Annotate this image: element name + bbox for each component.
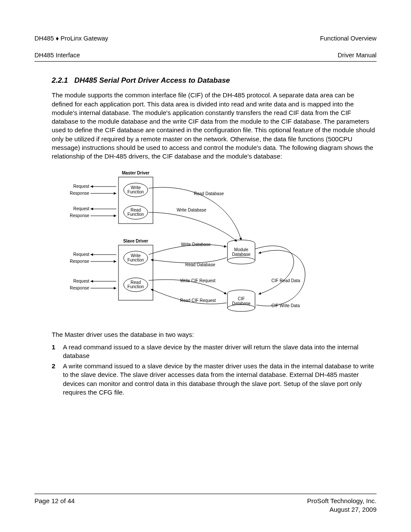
footer-left: Page 12 of 44 (34, 497, 75, 514)
svg-point-8 (227, 257, 255, 264)
header-left-line1: DH485 ♦ ProLinx Gateway (34, 35, 108, 42)
curve-master-read-write-db (149, 212, 237, 242)
footer-right-line2: August 27, 2009 (330, 506, 377, 513)
page-header: DH485 ♦ ProLinx Gateway DH485 Interface … (34, 26, 377, 62)
svg-text:Database: Database (232, 301, 251, 306)
label-request-3: Request (73, 252, 89, 257)
label-request-4: Request (73, 279, 89, 283)
svg-text:Database: Database (232, 252, 251, 257)
header-right-line1: Functional Overview (320, 35, 377, 42)
label-response-4: Response (70, 286, 89, 290)
header-left-line2: DH485 Interface (34, 52, 80, 59)
cif-database: CIF Database (227, 290, 255, 311)
section-heading: DH485 Serial Port Driver Access to Datab… (75, 76, 230, 84)
header-left: DH485 ♦ ProLinx Gateway DH485 Interface (34, 26, 108, 59)
master-write-label2: Function (128, 190, 144, 194)
label-write-database-1: Write Database (177, 208, 206, 212)
numbered-list: 1 A read command issued to a slave devic… (52, 343, 377, 397)
label-read-database-2: Read Database (185, 262, 215, 267)
intro-line: The Master driver uses the database in t… (52, 330, 377, 339)
footer-right-line1: ProSoft Technology, Inc. (307, 497, 377, 504)
page-footer: Page 12 of 44 ProSoft Technology, Inc. A… (34, 494, 377, 514)
list-num-2: 2 (52, 362, 63, 397)
diagram-svg: Master Driver Write Function Read Functi… (60, 169, 336, 320)
module-database: Module Database (227, 240, 255, 264)
label-slave-driver: Slave Driver (123, 239, 148, 243)
header-right-line2: Driver Manual (338, 52, 377, 59)
label-cif-write-data: CIF Write Data (271, 303, 300, 308)
diagram: Master Driver Write Function Read Functi… (60, 169, 377, 322)
label-response-3: Response (70, 259, 89, 264)
paragraph-1: The module supports the common interface… (52, 91, 377, 161)
list-text-2: A write command issued to a slave device… (63, 362, 377, 397)
page: DH485 ♦ ProLinx Gateway DH485 Interface … (0, 0, 411, 532)
list-num-1: 1 (52, 343, 63, 361)
svg-text:Module: Module (234, 247, 249, 252)
curve-cif-read-data (255, 246, 294, 294)
label-request-2: Request (73, 206, 89, 211)
label-read-database-1: Read Database (194, 191, 224, 196)
section-number: 2.2.1 (52, 76, 68, 84)
label-response-1: Response (70, 191, 89, 196)
label-response-2: Response (70, 213, 89, 218)
list-text-1: A read command issued to a slave device … (63, 343, 377, 361)
section-title: 2.2.1 DH485 Serial Port Driver Access to… (52, 76, 377, 85)
svg-text:CIF: CIF (238, 296, 245, 301)
svg-text:Function: Function (128, 258, 144, 262)
master-read-label2: Function (128, 212, 144, 217)
label-master-driver: Master Driver (122, 171, 149, 175)
svg-text:Function: Function (128, 284, 144, 289)
label-write-database-2: Write Database (181, 242, 211, 247)
label-cif-read-data: CIF Read Data (271, 278, 300, 283)
footer-right: ProSoft Technology, Inc. August 27, 2009 (307, 497, 377, 514)
list-item: 1 A read command issued to a slave devic… (52, 343, 377, 361)
label-write-cif-request: Write CIF Request (180, 278, 215, 283)
label-read-cif-request: Read CIF Request (180, 298, 216, 303)
label-request-1: Request (73, 184, 89, 189)
header-right: Functional Overview Driver Manual (320, 26, 377, 59)
list-item: 2 A write command issued to a slave devi… (52, 362, 377, 397)
